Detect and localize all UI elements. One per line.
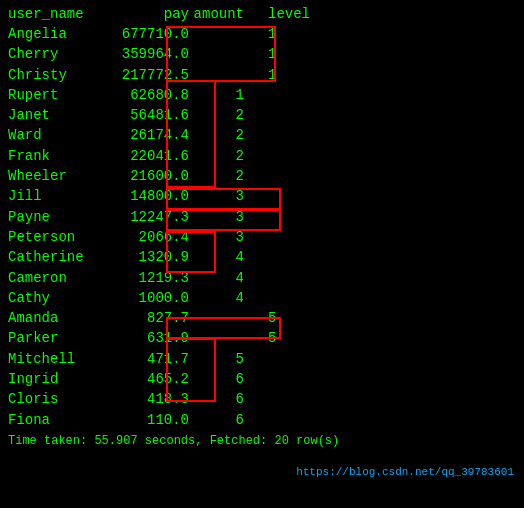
- cell-pay: 21600.0: [113, 166, 193, 186]
- cell-amount: 4: [193, 288, 248, 308]
- cell-username: Catherine: [8, 247, 113, 267]
- cell-amount: [193, 65, 248, 85]
- header-level: level: [248, 6, 308, 22]
- cell-amount: 3: [193, 207, 248, 227]
- cell-amount: 3: [193, 227, 248, 247]
- table-row: Catherine 1320.9 4: [8, 247, 516, 267]
- cell-pay: 62680.8: [113, 85, 193, 105]
- table-row: Peterson 2066.4 3: [8, 227, 516, 247]
- cell-username: Fiona: [8, 410, 113, 430]
- cell-pay: 359964.0: [113, 44, 193, 64]
- cell-level: [248, 268, 308, 288]
- cell-pay: 217772.5: [113, 65, 193, 85]
- table-row: Jill 14800.0 3: [8, 186, 516, 206]
- cell-amount: 6: [193, 389, 248, 409]
- cell-username: Cherry: [8, 44, 113, 64]
- cell-level: 1: [248, 44, 308, 64]
- cell-pay: 56481.6: [113, 105, 193, 125]
- table-row: Angelia 677710.0 1: [8, 24, 516, 44]
- table-row: Cameron 1219.3 4: [8, 268, 516, 288]
- cell-username: Amanda: [8, 308, 113, 328]
- cell-pay: 471.7: [113, 349, 193, 369]
- table-row: Frank 22041.6 2: [8, 146, 516, 166]
- cell-username: Peterson: [8, 227, 113, 247]
- cell-username: Parker: [8, 328, 113, 348]
- cell-pay: 2066.4: [113, 227, 193, 247]
- header-username: user_name: [8, 6, 113, 22]
- table-row: Cloris 418.3 6: [8, 389, 516, 409]
- table-row: Cathy 1000.0 4: [8, 288, 516, 308]
- cell-username: Frank: [8, 146, 113, 166]
- cell-username: Wheeler: [8, 166, 113, 186]
- cell-level: [248, 207, 308, 227]
- cell-amount: 2: [193, 166, 248, 186]
- table-row: Amanda 827.7 5: [8, 308, 516, 328]
- cell-username: Angelia: [8, 24, 113, 44]
- cell-pay: 1320.9: [113, 247, 193, 267]
- cell-amount: 1: [193, 85, 248, 105]
- cell-username: Janet: [8, 105, 113, 125]
- cell-username: Jill: [8, 186, 113, 206]
- cell-username: Mitchell: [8, 349, 113, 369]
- cell-level: [248, 247, 308, 267]
- footer-text: Time taken: 55.907 seconds, Fetched: 20 …: [8, 434, 516, 448]
- table-row: Rupert 62680.8 1: [8, 85, 516, 105]
- table-body: Angelia 677710.0 1 Cherry 359964.0 1 Chr…: [8, 24, 516, 430]
- table-row: Parker 631.9 5: [8, 328, 516, 348]
- data-table: user_name pay amount level Angelia 67771…: [8, 6, 516, 430]
- cell-username: Cathy: [8, 288, 113, 308]
- header-pay: pay: [113, 6, 193, 22]
- cell-amount: 3: [193, 186, 248, 206]
- cell-pay: 26174.4: [113, 125, 193, 145]
- cell-pay: 677710.0: [113, 24, 193, 44]
- cell-pay: 827.7: [113, 308, 193, 328]
- cell-level: 5: [248, 328, 308, 348]
- cell-pay: 14800.0: [113, 186, 193, 206]
- cell-username: Ingrid: [8, 369, 113, 389]
- cell-amount: 4: [193, 268, 248, 288]
- cell-pay: 1219.3: [113, 268, 193, 288]
- table-row: Ingrid 465.2 6: [8, 369, 516, 389]
- cell-amount: 4: [193, 247, 248, 267]
- cell-pay: 22041.6: [113, 146, 193, 166]
- table-row: Ward 26174.4 2: [8, 125, 516, 145]
- cell-level: [248, 186, 308, 206]
- header-amount: amount: [193, 6, 248, 22]
- cell-username: Cloris: [8, 389, 113, 409]
- cell-amount: 2: [193, 146, 248, 166]
- cell-level: [248, 146, 308, 166]
- cell-username: Rupert: [8, 85, 113, 105]
- cell-username: Cameron: [8, 268, 113, 288]
- cell-level: [248, 349, 308, 369]
- cell-pay: 110.0: [113, 410, 193, 430]
- cell-level: [248, 369, 308, 389]
- cell-amount: 2: [193, 105, 248, 125]
- cell-level: [248, 125, 308, 145]
- cell-level: [248, 166, 308, 186]
- cell-pay: 418.3: [113, 389, 193, 409]
- cell-pay: 631.9: [113, 328, 193, 348]
- table-row: Mitchell 471.7 5: [8, 349, 516, 369]
- cell-amount: [193, 44, 248, 64]
- cell-level: [248, 410, 308, 430]
- cell-level: 5: [248, 308, 308, 328]
- table-header: user_name pay amount level: [8, 6, 516, 22]
- cell-amount: 5: [193, 349, 248, 369]
- cell-username: Christy: [8, 65, 113, 85]
- cell-level: [248, 288, 308, 308]
- cell-username: Ward: [8, 125, 113, 145]
- table-row: Payne 12247.3 3: [8, 207, 516, 227]
- cell-amount: [193, 24, 248, 44]
- table-row: Fiona 110.0 6: [8, 410, 516, 430]
- cell-amount: 6: [193, 410, 248, 430]
- table-row: Janet 56481.6 2: [8, 105, 516, 125]
- watermark: https://blog.csdn.net/qq_39783601: [296, 466, 514, 478]
- cell-level: [248, 85, 308, 105]
- cell-amount: 2: [193, 125, 248, 145]
- cell-pay: 465.2: [113, 369, 193, 389]
- cell-username: Payne: [8, 207, 113, 227]
- cell-pay: 12247.3: [113, 207, 193, 227]
- cell-amount: [193, 328, 248, 348]
- cell-level: [248, 389, 308, 409]
- table-row: Christy 217772.5 1: [8, 65, 516, 85]
